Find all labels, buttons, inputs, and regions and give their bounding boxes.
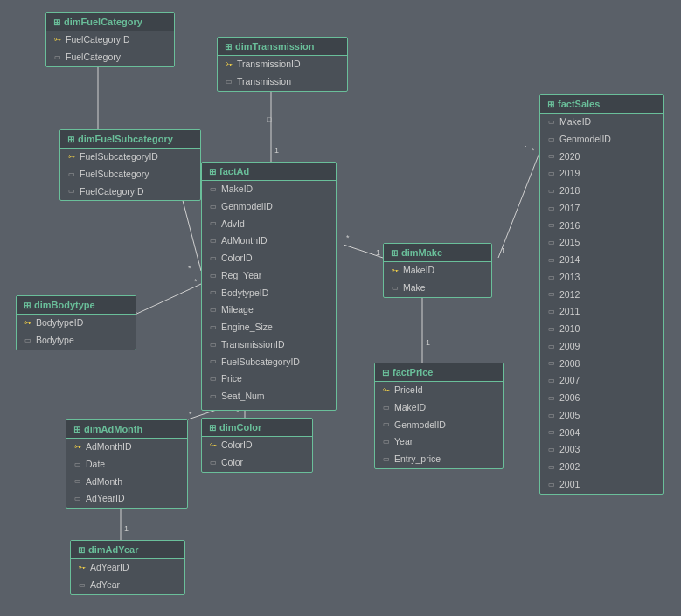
table-header-dimMake: dimMake xyxy=(384,244,491,262)
field-icon: ▭ xyxy=(547,221,556,230)
field-PriceId: 🗝 PriceId xyxy=(375,382,503,399)
field-AdMonth: ▭ AdMonth xyxy=(66,474,187,491)
field-icon: ▭ xyxy=(225,78,233,87)
field-icon: ▭ xyxy=(382,404,391,412)
svg-text:□: □ xyxy=(267,115,272,124)
table-factSales[interactable]: factSales ▭ MakeID ▭ GenmodelID ▭ 2020 ▭… xyxy=(539,94,664,495)
field-AdvId: ▭ AdvId xyxy=(202,216,336,233)
db-diagram-canvas: 1 * 1 * 1 □ 1 * * 1 1 ○ 1 * · * 1 * xyxy=(0,0,681,616)
table-dimFuelCategory[interactable]: dimFuelCategory 🗝 FuelCategoryID ▭ FuelC… xyxy=(45,12,175,67)
field-MakeID: ▭ MakeID xyxy=(375,399,503,417)
key-icon: 🗝 xyxy=(24,319,32,328)
table-header-dimFuelCategory: dimFuelCategory xyxy=(46,13,174,31)
svg-text:1: 1 xyxy=(501,246,505,255)
field-icon: ▭ xyxy=(547,256,556,265)
field-icon: ▭ xyxy=(382,438,391,446)
table-factPrice[interactable]: factPrice 🗝 PriceId ▭ MakeID ▭ GenmodelI… xyxy=(374,363,504,469)
field-Transmission: ▭ Transmission xyxy=(218,73,347,91)
field-GenmodelID: ▭ GenmodelID xyxy=(202,198,336,216)
svg-text:*: * xyxy=(346,233,350,242)
field-AdYear: ▭ AdYear xyxy=(71,577,184,594)
field-ColorID: 🗝 ColorID xyxy=(202,437,312,454)
svg-text:1: 1 xyxy=(426,338,430,347)
field-icon: ▭ xyxy=(209,237,218,246)
field-icon: ▭ xyxy=(78,581,87,590)
table-header-factAd: factAd xyxy=(202,163,336,181)
field-BodytypeID: ▭ BodytypeID xyxy=(202,285,336,302)
field-2010: ▭ 2010 xyxy=(540,321,663,338)
field-2003: ▭ 2003 xyxy=(540,441,663,459)
field-icon: ▭ xyxy=(547,204,556,213)
table-header-factPrice: factPrice xyxy=(375,363,503,382)
field-icon: ▭ xyxy=(209,306,218,315)
table-header-dimAdYear: dimAdYear xyxy=(71,541,184,559)
field-BodytypeID: 🗝 BodytypeID xyxy=(17,315,136,332)
field-Engine_Size: ▭ Engine_Size xyxy=(202,319,336,336)
field-icon: ▭ xyxy=(547,463,556,472)
field-2008: ▭ 2008 xyxy=(540,356,663,373)
field-icon: ▭ xyxy=(547,481,556,489)
field-icon: ▭ xyxy=(547,377,556,385)
field-MakeID: ▭ MakeID xyxy=(202,181,336,198)
table-header-dimTransmission: dimTransmission xyxy=(218,38,347,56)
field-AdYearID: ▭ AdYearID xyxy=(66,490,187,508)
field-2016: ▭ 2016 xyxy=(540,218,663,235)
field-icon: ▭ xyxy=(547,325,556,334)
field-2019: ▭ 2019 xyxy=(540,165,663,183)
table-header-factSales: factSales xyxy=(540,95,663,114)
svg-text:*: * xyxy=(194,277,198,286)
key-icon: 🗝 xyxy=(382,386,391,395)
field-icon: ▭ xyxy=(209,203,218,211)
field-TransmissionID: 🗝 TransmissionID xyxy=(218,56,347,73)
svg-line-18 xyxy=(498,153,539,258)
svg-line-9 xyxy=(131,284,201,316)
table-factAd[interactable]: factAd ▭ MakeID ▭ GenmodelID ▭ AdvId ▭ A… xyxy=(201,162,337,411)
key-icon: 🗝 xyxy=(225,60,233,69)
field-Door_Num: ▭ Door_Num xyxy=(202,405,336,411)
field-Year: ▭ Year xyxy=(375,433,503,451)
field-icon: ▭ xyxy=(547,273,556,282)
field-icon: ▭ xyxy=(547,428,556,437)
field-GenmodelID: ▭ GenmodelID xyxy=(540,131,663,149)
field-icon: ▭ xyxy=(209,341,218,350)
field-icon: ▭ xyxy=(209,459,218,467)
field-icon: ▭ xyxy=(209,288,218,297)
key-icon: 🗝 xyxy=(209,441,218,450)
table-dimAdMonth[interactable]: dimAdMonth 🗝 AdMonthID ▭ Date ▭ AdMonth … xyxy=(66,419,188,509)
field-GenmodelID: ▭ GenmodelID xyxy=(375,417,503,434)
field-icon: ▭ xyxy=(73,477,82,486)
field-2009: ▭ 2009 xyxy=(540,338,663,356)
field-icon: ▭ xyxy=(547,290,556,299)
field-icon: ▭ xyxy=(547,412,556,420)
field-2017: ▭ 2017 xyxy=(540,200,663,218)
field-AdMonthID: 🗝 AdMonthID xyxy=(66,439,187,456)
svg-text:1: 1 xyxy=(376,248,380,257)
field-icon: ▭ xyxy=(547,394,556,403)
table-dimTransmission[interactable]: dimTransmission 🗝 TransmissionID ▭ Trans… xyxy=(217,37,348,92)
field-AdMonthID: ▭ AdMonthID xyxy=(202,232,336,250)
field-2018: ▭ 2018 xyxy=(540,183,663,200)
field-MakeID: 🗝 MakeID xyxy=(384,262,491,280)
field-2006: ▭ 2006 xyxy=(540,390,663,407)
field-Bodytype: ▭ Bodytype xyxy=(17,332,136,350)
field-AdYearID: 🗝 AdYearID xyxy=(71,559,184,577)
table-dimAdYear[interactable]: dimAdYear 🗝 AdYearID ▭ AdYear xyxy=(70,540,185,595)
table-dimFuelSubcategory[interactable]: dimFuelSubcategory 🗝 FuelSubcategoryID ▭… xyxy=(59,129,201,201)
field-icon: ▭ xyxy=(547,308,556,316)
field-Reg_Year: ▭ Reg_Year xyxy=(202,267,336,285)
table-header-dimAdMonth: dimAdMonth xyxy=(66,420,187,439)
field-2020: ▭ 2020 xyxy=(540,149,663,166)
field-icon: ▭ xyxy=(209,410,218,411)
svg-text:1: 1 xyxy=(274,146,279,155)
table-dimColor[interactable]: dimColor 🗝 ColorID ▭ Color xyxy=(201,418,313,473)
field-FuelCategory: ▭ FuelCategory xyxy=(46,49,174,66)
field-2001: ▭ 2001 xyxy=(540,476,663,494)
field-icon: ▭ xyxy=(547,187,556,196)
field-icon: ▭ xyxy=(547,359,556,368)
table-dimMake[interactable]: dimMake 🗝 MakeID ▭ Make xyxy=(383,243,492,298)
table-dimBodytype[interactable]: dimBodytype 🗝 BodytypeID ▭ Bodytype xyxy=(16,295,136,350)
field-MakeID: ▭ MakeID xyxy=(540,114,663,131)
field-2004: ▭ 2004 xyxy=(540,425,663,442)
field-icon: ▭ xyxy=(209,272,218,280)
svg-line-12 xyxy=(344,245,383,258)
